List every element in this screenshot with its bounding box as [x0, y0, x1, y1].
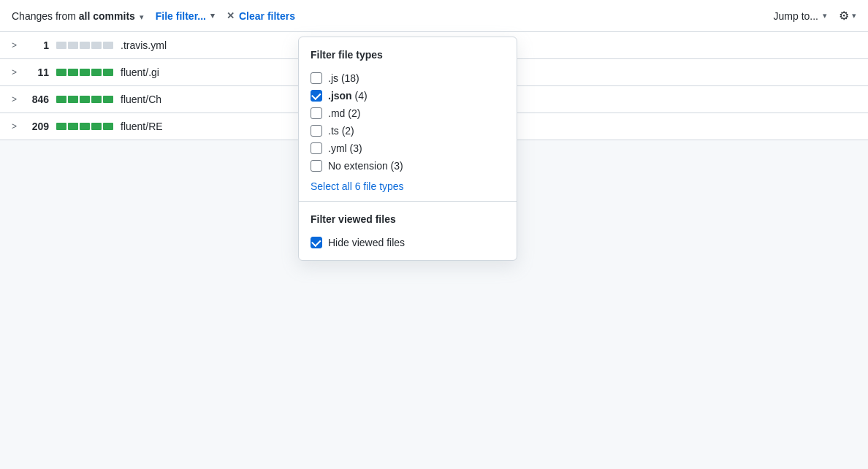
gear-chevron-icon: ▾	[852, 11, 856, 20]
file-filter-label: File filter...	[156, 10, 206, 22]
file-type-option[interactable]: .yml (3)	[311, 140, 505, 157]
file-type-option[interactable]: .ts (2)	[311, 122, 505, 140]
file-name: .travis.yml	[121, 39, 167, 51]
file-type-checkbox[interactable]	[311, 107, 322, 119]
file-filter-dropdown: Filter file types .js (18).json (4).md (…	[298, 37, 517, 261]
expand-icon[interactable]: >	[12, 67, 17, 77]
file-type-label: .js (18)	[328, 72, 359, 84]
diff-segment	[80, 96, 90, 103]
file-filter-chevron-icon: ▾	[210, 11, 215, 20]
file-name: fluent/.gi	[121, 66, 159, 78]
file-name: fluent/RE	[121, 121, 163, 132]
expand-icon[interactable]: >	[12, 94, 17, 104]
jump-to-chevron-icon: ▾	[823, 11, 827, 20]
file-type-option[interactable]: .md (2)	[311, 104, 505, 122]
clear-filters-x-icon: ✕	[226, 10, 235, 21]
file-type-checkbox[interactable]	[311, 160, 322, 172]
diff-segment	[68, 42, 78, 49]
diff-segment	[56, 42, 66, 49]
filter-types-title: Filter file types	[311, 49, 505, 61]
diff-segment	[68, 96, 78, 103]
clear-filters-label: Clear filters	[239, 10, 295, 22]
diff-segment	[103, 96, 113, 103]
hide-viewed-option[interactable]: Hide viewed files	[311, 234, 505, 251]
file-type-label: .md (2)	[328, 107, 360, 119]
gear-icon: ⚙	[839, 9, 849, 23]
line-count: 846	[27, 94, 49, 105]
diff-segment	[91, 69, 102, 76]
commits-bold: all commits	[79, 10, 135, 22]
diff-segment	[91, 96, 102, 103]
line-count: 11	[27, 66, 49, 78]
expand-icon[interactable]: >	[12, 40, 17, 50]
gear-button[interactable]: ⚙ ▾	[839, 9, 856, 23]
hide-viewed-label: Hide viewed files	[328, 237, 405, 248]
clear-filters-button[interactable]: ✕ Clear filters	[226, 10, 295, 22]
hide-viewed-checkbox[interactable]	[311, 237, 322, 248]
diff-segment	[91, 42, 102, 49]
filter-types-section: Filter file types .js (18).json (4).md (…	[299, 37, 517, 201]
file-type-label: No extension (3)	[328, 160, 403, 172]
diff-bar	[56, 96, 113, 103]
toolbar: Changes from all commits ▾ File filter..…	[0, 0, 868, 32]
expand-icon[interactable]: >	[12, 121, 17, 131]
file-type-checkbox[interactable]	[311, 142, 322, 154]
diff-segment	[68, 123, 78, 130]
file-type-label: .ts (2)	[328, 125, 354, 137]
commits-label: Changes from all commits ▾	[12, 10, 144, 22]
file-type-checkbox[interactable]	[311, 90, 322, 102]
diff-segment	[80, 42, 90, 49]
file-type-label: .json (4)	[328, 90, 368, 102]
filter-viewed-title: Filter viewed files	[311, 213, 505, 225]
file-type-label: .yml (3)	[328, 142, 362, 154]
file-type-checkbox[interactable]	[311, 72, 322, 84]
diff-segment	[56, 96, 66, 103]
diff-segment	[103, 69, 113, 76]
file-type-options: .js (18).json (4).md (2).ts (2).yml (3)N…	[311, 69, 505, 175]
file-type-checkbox[interactable]	[311, 125, 322, 137]
diff-bar	[56, 123, 113, 130]
line-count: 1	[27, 39, 49, 51]
line-count: 209	[27, 121, 49, 132]
diff-segment	[103, 42, 113, 49]
file-type-option[interactable]: .json (4)	[311, 87, 505, 104]
commits-chevron-icon: ▾	[140, 12, 144, 22]
jump-to-label: Jump to...	[774, 10, 818, 22]
diff-bar	[56, 42, 113, 49]
diff-segment	[68, 69, 78, 76]
diff-segment	[56, 123, 66, 130]
diff-segment	[80, 123, 90, 130]
diff-segment	[91, 123, 102, 130]
diff-bar	[56, 69, 113, 76]
diff-segment	[80, 69, 90, 76]
jump-to-button[interactable]: Jump to... ▾	[774, 10, 827, 22]
file-filter-button[interactable]: File filter... ▾	[156, 10, 215, 22]
select-all-button[interactable]: Select all 6 file types	[311, 180, 404, 192]
file-type-option[interactable]: .js (18)	[311, 69, 505, 87]
diff-segment	[56, 69, 66, 76]
diff-segment	[103, 123, 113, 130]
file-name: fluent/Ch	[121, 94, 161, 105]
filter-viewed-section: Filter viewed files Hide viewed files	[299, 201, 517, 260]
file-type-option[interactable]: No extension (3)	[311, 157, 505, 175]
